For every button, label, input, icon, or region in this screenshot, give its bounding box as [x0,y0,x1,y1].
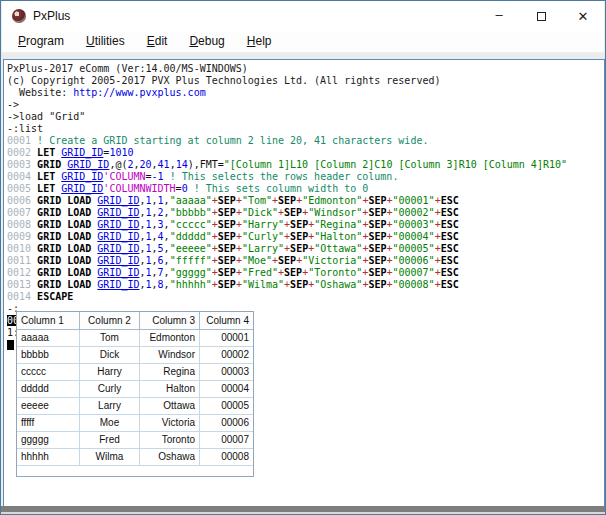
window-controls: – ✕ [478,1,604,31]
grid-header-cell[interactable]: Column 2 [80,312,140,330]
grid-cell[interactable]: ggggg [17,432,80,449]
terminal-token: SEP [368,219,386,230]
terminal-token: "aaaaa" [170,195,212,206]
terminal-token: ! This sets column width to 0 [194,183,369,194]
minimize-button[interactable]: – [478,1,520,31]
code-line-0013: 0013 GRID LOAD GRID_ID,1,8,"hhhhh"+SEP+"… [7,279,602,291]
terminal-token: (c) Copyright 2005-2017 PVX Plus Technol… [7,75,440,86]
grid-cell[interactable]: 00003 [200,364,253,381]
grid-cell[interactable]: Oshawa [140,449,200,466]
terminal-token: GRID_ID [97,255,139,266]
terminal-token: 0001 [7,135,37,146]
terminal-token: Website: [7,87,73,98]
grid-cell[interactable]: hhhhh [17,449,80,466]
grid-cell[interactable]: Ottawa [140,398,200,415]
grid-cell[interactable]: 00006 [200,415,253,432]
grid-cell[interactable]: 00004 [200,381,253,398]
grid-cell[interactable]: fffff [17,415,80,432]
grid-cell[interactable]: Windsor [140,347,200,364]
terminal-token: GRID LOAD [37,195,97,206]
grid-header-row: Column 1Column 2Column 3Column 4 [17,312,253,330]
menu-bar: ProgramUtilitiesEditDebugHelp [2,31,604,53]
code-line-0002: 0002 LET GRID_ID=1010 [7,147,602,159]
menu-item-program[interactable]: Program [10,32,72,51]
grid-cell[interactable]: 00007 [200,432,253,449]
terminal-screen[interactable]: PxPlus-2017 eComm (Ver:14.00/MS-WINDOWS)… [3,59,605,507]
grid-cell[interactable]: Halton [140,381,200,398]
menu-item-debug[interactable]: Debug [181,32,232,51]
grid-cell[interactable]: Toronto [140,432,200,449]
code-line-0011: 0011 GRID LOAD GRID_ID,1,6,"fffff"+SEP+"… [7,255,602,267]
grid-cell[interactable]: Tom [80,330,140,347]
menu-item-help[interactable]: Help [239,32,280,51]
menu-item-utilities[interactable]: Utilities [78,32,133,51]
grid-header-cell[interactable]: Column 1 [17,312,80,330]
terminal-token: GRID_ID [61,147,103,158]
grid-cell[interactable]: eeeee [17,398,80,415]
window-bottom-edge [1,512,605,514]
grid-cell[interactable]: ddddd [17,381,80,398]
code-line-0012: 0012 GRID LOAD GRID_ID,1,7,"ggggg"+SEP+"… [7,267,602,279]
grid-cell[interactable]: Harry [80,364,140,381]
grid-cell[interactable]: Moe [80,415,140,432]
window-resize-edge[interactable] [1,506,605,512]
terminal-token: "Fred" [242,267,278,278]
grid-cell[interactable]: Victoria [140,415,200,432]
code-line-0006: 0006 GRID LOAD GRID_ID,1,1,"aaaaa"+SEP+"… [7,195,602,207]
terminal-token: SEP [284,267,302,278]
terminal-token: GRID_ID [97,219,139,230]
terminal-token: 0010 [7,243,37,254]
grid-cell[interactable]: aaaaa [17,330,80,347]
grid-cell[interactable]: ccccc [17,364,80,381]
grid-row: bbbbbDickWindsor00002 [17,347,253,364]
terminal-token: "00004" [393,231,435,242]
menu-item-edit[interactable]: Edit [139,32,176,51]
maximize-button[interactable] [520,1,562,31]
terminal-token: 0002 [7,147,37,158]
grid-cell[interactable]: 00002 [200,347,253,364]
terminal-token: ESC [441,195,459,206]
grid-cell[interactable]: Larry [80,398,140,415]
grid-cell[interactable]: Fred [80,432,140,449]
grid-row: fffffMoeVictoria00006 [17,415,253,432]
grid-cell[interactable]: bbbbb [17,347,80,364]
code-line-0001: 0001 ! Create a GRID starting at column … [7,135,602,147]
minimize-icon: – [495,7,502,22]
grid-cell[interactable]: 00001 [200,330,253,347]
code-line-0010: 0010 GRID LOAD GRID_ID,1,5,"eeeee"+SEP+"… [7,243,602,255]
grid-row: gggggFredToronto00007 [17,432,253,449]
terminal-token: "hhhhh" [170,279,212,290]
website-link[interactable]: http://www.pvxplus.com [73,87,205,98]
terminal-token: SEP [368,255,386,266]
close-button[interactable]: ✕ [562,1,604,31]
terminal-token: "Harry" [242,219,284,230]
terminal-token: 'COLUMNWIDTH [103,183,175,194]
grid-cell[interactable]: Curly [80,381,140,398]
terminal-token: SEP [368,231,386,242]
grid-cell[interactable]: Regina [140,364,200,381]
code-line-0004: 0004 LET GRID_ID'COLUMN=-1 ! This select… [7,171,602,183]
terminal-token: -:list [7,123,43,134]
grid-cell[interactable]: Edmonton [140,330,200,347]
code-line-0003: 0003 GRID GRID_ID,@(2,20,41,14),FMT="[Co… [7,159,602,171]
grid-cell[interactable]: Wilma [80,449,140,466]
terminal-line: Website: http://www.pvxplus.com [7,87,602,99]
terminal-token: "Moe" [242,255,272,266]
grid-cell[interactable]: Dick [80,347,140,364]
grid-header-cell[interactable]: Column 3 [140,312,200,330]
terminal-token: 20 [140,159,152,170]
grid-header-cell[interactable]: Column 4 [200,312,253,330]
terminal-token: "00003" [393,219,435,230]
terminal-token: 0008 [7,219,37,230]
terminal-line: (c) Copyright 2005-2017 PVX Plus Technol… [7,75,602,87]
terminal-token: SEP [218,279,236,290]
code-line-0014: 0014 ESCAPE [7,291,602,303]
grid-row: eeeeeLarryOttawa00005 [17,398,253,415]
terminal-token: GRID LOAD [37,231,97,242]
grid-cell[interactable]: 00005 [200,398,253,415]
terminal-token: GRID LOAD [37,219,97,230]
terminal-token: "Edmonton" [302,195,362,206]
terminal-token: "Dick" [242,207,278,218]
terminal-token: ESC [441,267,459,278]
grid-cell[interactable]: 00008 [200,449,253,466]
